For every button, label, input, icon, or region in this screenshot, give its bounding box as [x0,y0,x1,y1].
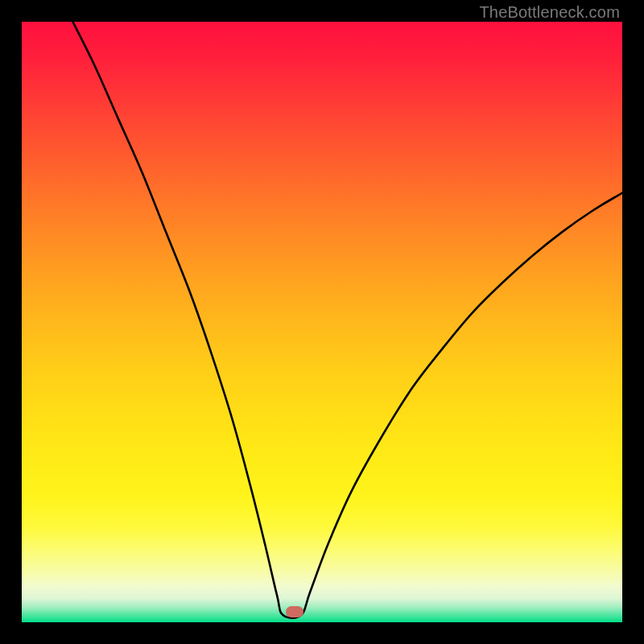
bottleneck-curve [22,22,622,622]
watermark-text: TheBottleneck.com [479,3,620,22]
optimal-marker [286,606,303,617]
chart-frame: TheBottleneck.com [0,0,644,644]
plot-area [22,22,622,622]
